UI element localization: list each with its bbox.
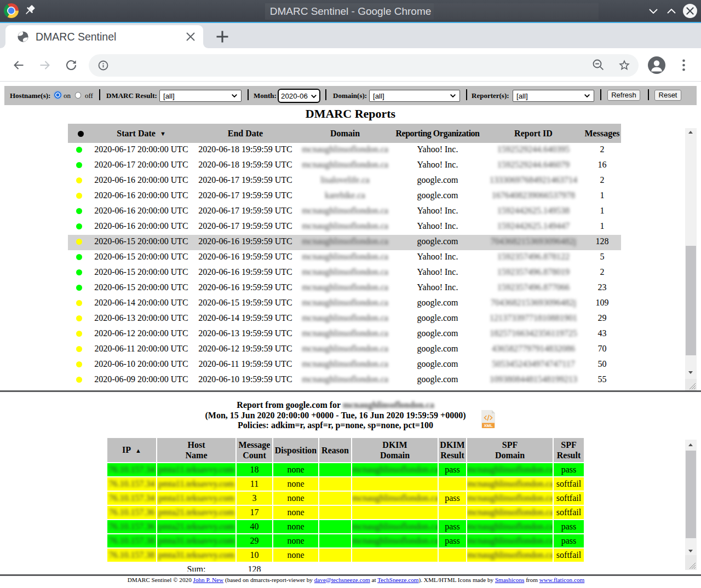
svg-text:XML: XML (484, 423, 492, 428)
